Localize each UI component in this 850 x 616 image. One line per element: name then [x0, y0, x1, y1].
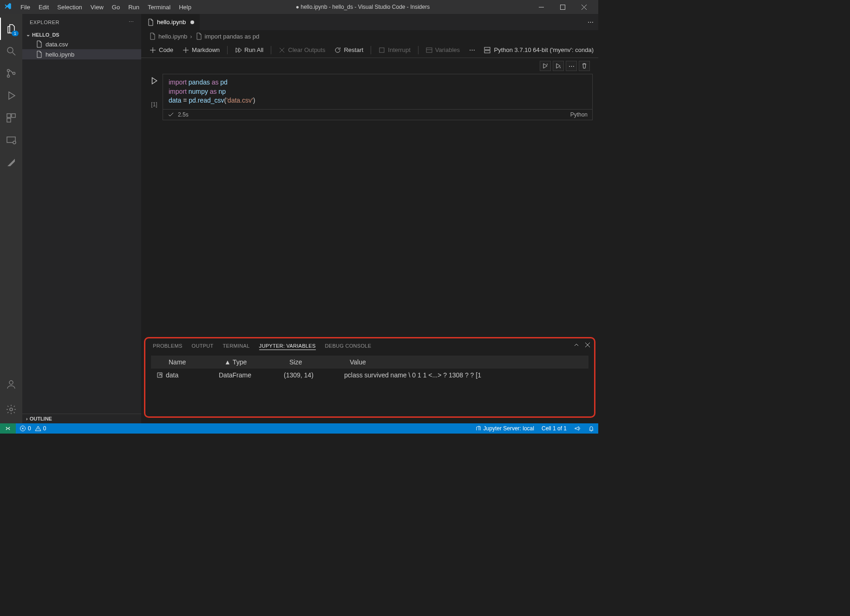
errors-status[interactable]: 0: [16, 425, 35, 432]
var-type: DataFrame: [219, 371, 284, 379]
file-data-csv[interactable]: data.csv: [22, 39, 141, 49]
root-name: HELLO_DS: [32, 32, 59, 38]
var-size: (1309, 14): [284, 371, 344, 379]
tab-debug-console[interactable]: DEBUG CONSOLE: [325, 342, 372, 350]
col-name[interactable]: Name: [169, 358, 224, 366]
p: ): [253, 97, 255, 104]
variables-button[interactable]: Variables: [422, 45, 464, 55]
execute-cell-button[interactable]: [150, 74, 158, 85]
tab-jupyter-variables[interactable]: JUPYTER: VARIABLES: [259, 342, 316, 350]
stop-icon: [379, 47, 385, 53]
tab-terminal[interactable]: TERMINAL: [223, 342, 250, 350]
var-value: pclass survived name \ 0 1 1 <...> ? 130…: [344, 371, 585, 379]
col-type[interactable]: ▲Type: [224, 358, 289, 366]
separator: [371, 46, 371, 54]
panel-maximize-icon[interactable]: [573, 342, 580, 348]
add-markdown-button[interactable]: Markdown: [179, 45, 223, 55]
notebook-toolbar: Code Markdown Run All Clear Outputs Rest…: [141, 42, 598, 58]
jupyter-server-status[interactable]: Jupyter Server: local: [471, 425, 538, 432]
bell-icon: [588, 425, 595, 432]
jupyter-label: Jupyter Server: local: [484, 425, 534, 432]
menu-view[interactable]: View: [87, 2, 107, 13]
menu-file[interactable]: File: [17, 2, 34, 13]
open-variable-icon[interactable]: [154, 371, 166, 379]
run-cell-button[interactable]: [540, 61, 551, 71]
sidebar-more-icon[interactable]: ⋯: [129, 19, 134, 25]
svg-point-1: [7, 47, 13, 53]
search-activity[interactable]: [0, 40, 22, 62]
svg-rect-7: [7, 118, 11, 122]
kw: as: [210, 88, 217, 95]
menu-go[interactable]: Go: [108, 2, 124, 13]
restart-icon: [334, 47, 341, 53]
menu-help[interactable]: Help: [175, 2, 195, 13]
delete-cell-button[interactable]: [579, 61, 590, 71]
maximize-button[interactable]: [552, 0, 573, 14]
close-button[interactable]: [573, 0, 595, 14]
cell-language[interactable]: Python: [570, 111, 588, 118]
tab-more-icon[interactable]: ⋯: [583, 19, 598, 26]
col-size[interactable]: Size: [289, 358, 350, 366]
feedback-button[interactable]: [570, 425, 584, 432]
run-below-button[interactable]: [553, 61, 564, 71]
separator: [418, 46, 418, 54]
menu-edit[interactable]: Edit: [35, 2, 52, 13]
col-value[interactable]: Value: [350, 358, 585, 366]
scm-activity[interactable]: [0, 62, 22, 84]
add-code-button[interactable]: Code: [146, 45, 177, 55]
panel-actions: [573, 342, 591, 348]
svg-rect-0: [560, 5, 565, 9]
svg-rect-5: [7, 114, 11, 117]
editor-tabs: hello.ipynb ⋯: [141, 14, 598, 30]
svg-point-9: [13, 141, 16, 144]
menu-terminal[interactable]: Terminal: [144, 2, 174, 13]
remote-activity[interactable]: [0, 129, 22, 151]
interrupt-button[interactable]: Interrupt: [375, 45, 414, 55]
warnings-status[interactable]: 0: [35, 425, 50, 432]
restart-button[interactable]: Restart: [331, 45, 367, 55]
id: numpy: [189, 88, 208, 95]
var-name: data: [166, 371, 219, 379]
settings-activity[interactable]: [0, 398, 22, 421]
breadcrumb-file[interactable]: hello.ipynb: [149, 32, 187, 40]
tab-problems[interactable]: PROBLEMS: [153, 342, 183, 350]
kw: as: [212, 78, 219, 86]
minimize-button[interactable]: [530, 0, 552, 14]
kernel-picker[interactable]: Python 3.7.10 64-bit ('myenv': conda): [484, 46, 594, 54]
file-hello-ipynb[interactable]: hello.ipynb: [22, 49, 141, 59]
activity-bar: 1: [0, 14, 22, 423]
panel-close-icon[interactable]: [584, 342, 591, 348]
folder-root[interactable]: ⌄ HELLO_DS: [22, 30, 141, 39]
menu-selection[interactable]: Selection: [53, 2, 85, 13]
clear-outputs-button[interactable]: Clear Outputs: [275, 45, 329, 55]
editor-area: hello.ipynb ⋯ hello.ipynb import pandas …: [141, 14, 598, 423]
debug-activity[interactable]: [0, 84, 22, 107]
id: pd: [189, 97, 196, 104]
chevron-down-icon: ⌄: [26, 32, 30, 38]
warning-count: 0: [43, 425, 46, 432]
kw: import: [169, 88, 187, 95]
id: read_csv: [198, 97, 224, 104]
jupyter-activity[interactable]: [0, 151, 22, 174]
cell-more-button[interactable]: ⋯: [566, 61, 577, 71]
svg-point-11: [10, 408, 13, 411]
cell-position-status[interactable]: Cell 1 of 1: [538, 425, 570, 432]
notifications-button[interactable]: [584, 425, 598, 432]
extensions-activity[interactable]: [0, 107, 22, 129]
cell-status-bar: 2.5s Python: [163, 110, 593, 120]
outline-section[interactable]: › OUTLINE: [22, 414, 141, 423]
run-all-button[interactable]: Run All: [231, 45, 267, 55]
cell-gutter: [1]: [146, 74, 163, 110]
btn-label: Interrupt: [388, 46, 410, 53]
tab-output[interactable]: OUTPUT: [192, 342, 214, 350]
code-editor[interactable]: import pandas as pd import numpy as np d…: [163, 74, 593, 110]
remote-button[interactable]: [0, 423, 16, 434]
variable-row[interactable]: data DataFrame (1309, 14) pclass survive…: [151, 369, 588, 382]
accounts-activity[interactable]: [0, 373, 22, 396]
tab-hello-ipynb[interactable]: hello.ipynb: [141, 14, 200, 30]
breadcrumb-cell[interactable]: import pandas as pd: [195, 32, 260, 40]
breadcrumb-label: import pandas as pd: [205, 33, 260, 40]
explorer-activity[interactable]: 1: [0, 18, 22, 40]
toolbar-more-button[interactable]: ⋯: [465, 45, 479, 55]
menu-run[interactable]: Run: [124, 2, 143, 13]
